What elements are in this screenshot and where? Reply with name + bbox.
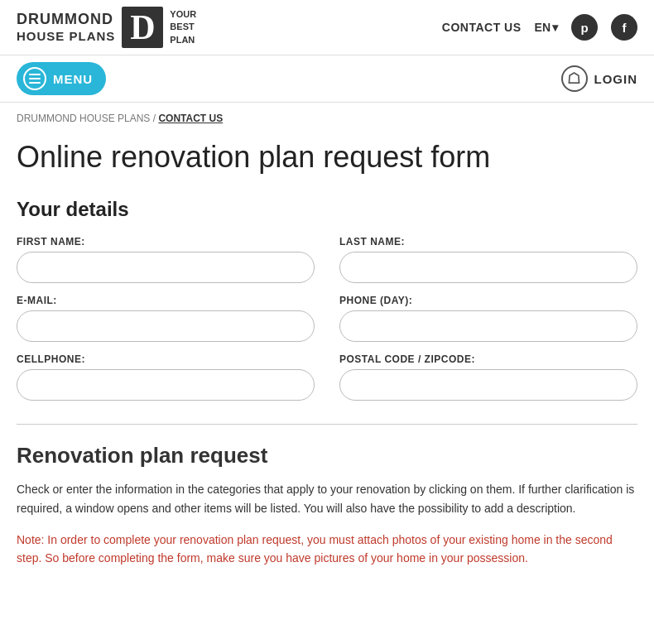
first-name-input[interactable] <box>17 252 315 283</box>
section-divider <box>17 424 637 425</box>
email-input[interactable] <box>17 310 315 342</box>
user-icon: ☖ <box>561 65 588 92</box>
logo-area: DRUMMOND HOUSE PLANS D YOUR BEST PLAN <box>17 7 196 48</box>
main-content: Online renovation plan request form Your… <box>0 131 654 593</box>
navbar: MENU ☖ LOGIN <box>0 55 654 103</box>
postal-input[interactable] <box>339 369 637 401</box>
renovation-section: Renovation plan request Check or enter t… <box>17 443 637 568</box>
last-name-input[interactable] <box>339 252 637 283</box>
hamburger-icon <box>23 67 46 90</box>
your-details-section: Your details FIRST NAME: LAST NAME: E-MA… <box>17 198 637 401</box>
postal-field: POSTAL CODE / ZIPCODE: <box>339 353 637 401</box>
breadcrumb: DRUMMOND HOUSE PLANS / CONTACT US <box>0 103 654 131</box>
menu-button[interactable]: MENU <box>17 62 106 95</box>
breadcrumb-current[interactable]: CONTACT US <box>158 113 223 124</box>
first-name-field: FIRST NAME: <box>17 236 315 283</box>
renovation-title: Renovation plan request <box>17 443 637 469</box>
form-grid: FIRST NAME: LAST NAME: E-MAIL: PHONE (DA… <box>17 236 637 401</box>
postal-label: POSTAL CODE / ZIPCODE: <box>339 353 637 365</box>
cellphone-input[interactable] <box>17 369 315 401</box>
contact-us-link[interactable]: CONTACT US <box>442 21 522 34</box>
language-selector[interactable]: EN ▾ <box>535 21 558 34</box>
your-details-title: Your details <box>17 198 637 221</box>
site-header: DRUMMOND HOUSE PLANS D YOUR BEST PLAN CO… <box>0 0 654 55</box>
breadcrumb-separator: / <box>150 113 158 124</box>
header-right: CONTACT US EN ▾ p f <box>442 14 637 41</box>
last-name-field: LAST NAME: <box>339 236 637 283</box>
page-title: Online renovation plan request form <box>17 139 637 175</box>
logo-d-icon: D <box>122 7 163 48</box>
cellphone-label: CELLPHONE: <box>17 353 315 365</box>
logo-tagline: YOUR BEST PLAN <box>170 8 196 46</box>
breadcrumb-home[interactable]: DRUMMOND HOUSE PLANS <box>17 113 150 124</box>
renovation-note: Note: In order to complete your renovati… <box>17 531 637 568</box>
renovation-description: Check or enter the information in the ca… <box>17 480 637 517</box>
brand-line2: HOUSE PLANS <box>17 29 115 44</box>
first-name-label: FIRST NAME: <box>17 236 315 248</box>
menu-label: MENU <box>53 72 93 86</box>
brand-line1: DRUMMOND <box>17 11 115 29</box>
phone-field: PHONE (DAY): <box>339 295 637 342</box>
email-field: E-MAIL: <box>17 295 315 342</box>
cellphone-field: CELLPHONE: <box>17 353 315 401</box>
brand-text: DRUMMOND HOUSE PLANS <box>17 11 115 44</box>
pinterest-icon[interactable]: p <box>571 14 598 41</box>
email-label: E-MAIL: <box>17 295 315 306</box>
phone-input[interactable] <box>339 310 637 342</box>
phone-label: PHONE (DAY): <box>339 295 637 306</box>
login-button[interactable]: ☖ LOGIN <box>561 65 638 92</box>
last-name-label: LAST NAME: <box>339 236 637 248</box>
login-label: LOGIN <box>594 72 638 86</box>
facebook-icon[interactable]: f <box>611 14 637 41</box>
